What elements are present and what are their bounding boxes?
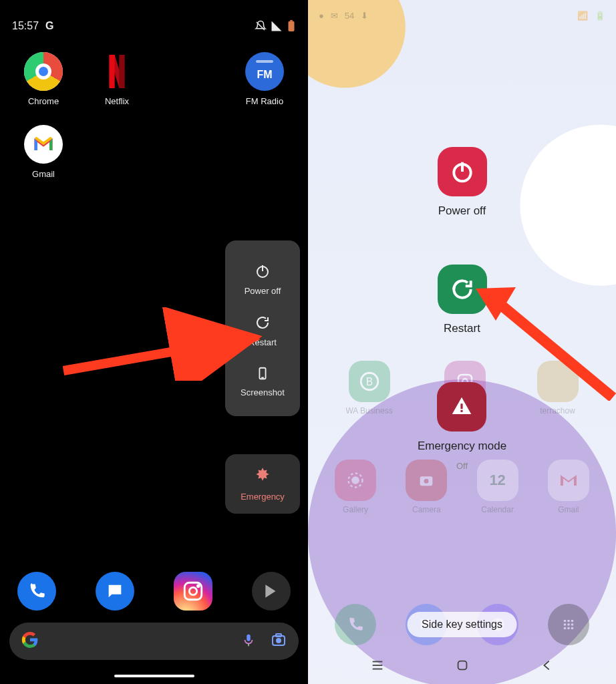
nav-back[interactable] [538, 656, 557, 675]
camera-cutout: ● [319, 11, 324, 21]
power-menu: Power off Restart Emergency mode Off [308, 147, 616, 471]
svg-point-31 [571, 623, 574, 626]
nav-recents[interactable] [368, 656, 387, 675]
emergency-icon [437, 382, 486, 432]
power-menu-emergency-mode[interactable]: Emergency mode Off [418, 382, 506, 471]
svg-rect-1 [289, 21, 295, 31]
app-label: Gmail [32, 169, 55, 179]
app-label: Netflix [105, 96, 129, 106]
mic-icon[interactable] [241, 633, 256, 650]
svg-point-10 [189, 587, 196, 594]
status-icon: ⬇ [361, 11, 368, 21]
power-menu-restart[interactable]: Restart [438, 265, 487, 335]
power-menu-power-off[interactable]: Power off [438, 147, 487, 218]
power-menu-label: Screenshot [241, 387, 285, 397]
emergency-icon [254, 466, 271, 486]
bg-dock-phone [335, 604, 376, 645]
search-bar[interactable] [9, 623, 299, 660]
restart-icon [438, 265, 487, 314]
nav-bar [308, 656, 616, 675]
svg-rect-38 [461, 410, 463, 412]
svg-point-27 [567, 620, 570, 623]
svg-point-30 [567, 623, 570, 626]
svg-rect-42 [458, 661, 466, 670]
dock [0, 572, 308, 611]
svg-rect-2 [290, 20, 293, 21]
svg-rect-12 [247, 635, 251, 641]
status-time: 15:57 [12, 20, 39, 32]
app-netflix[interactable]: Netflix [87, 52, 147, 106]
bg-dock-apps [548, 604, 589, 645]
svg-point-28 [571, 620, 574, 623]
power-menu-label: Restart [249, 337, 277, 347]
status-icon: ✉ [331, 11, 338, 21]
svg-point-26 [564, 620, 567, 623]
svg-rect-37 [461, 403, 463, 409]
phone-samsung: ● ✉ 54 ⬇ 📶 🔋 BWA Business Instagram terr… [308, 0, 616, 684]
power-menu-label: Emergency mode [418, 440, 506, 453]
svg-point-34 [571, 627, 574, 630]
app-label: Chrome [28, 96, 59, 106]
dock-phone[interactable] [17, 572, 56, 611]
status-text: 54 [345, 11, 354, 21]
phone-stock-android: 15:57 G x Chrome [0, 0, 308, 684]
app-fm-radio[interactable]: FM FM Radio [235, 52, 295, 106]
fm-radio-icon: FM [245, 52, 284, 91]
battery-icon: 🔋 [595, 11, 605, 21]
power-menu-label: Emergency [241, 492, 285, 502]
letterbox [0, 0, 308, 11]
dock-play-store[interactable] [252, 572, 291, 611]
signal-no-data-icon: x [271, 20, 283, 32]
svg-point-11 [197, 585, 199, 587]
chrome-icon [24, 52, 63, 91]
dock-instagram[interactable] [174, 572, 212, 611]
power-icon [255, 263, 271, 282]
svg-text:x: x [275, 21, 278, 25]
power-menu-screenshot[interactable]: Screenshot [225, 357, 300, 407]
app-gmail[interactable]: Gmail [13, 125, 73, 179]
gesture-nav-pill[interactable] [114, 675, 194, 677]
dnd-off-icon [255, 20, 267, 32]
dock-messages[interactable] [96, 572, 134, 611]
power-menu-sublabel: Off [456, 461, 468, 471]
side-key-settings-button[interactable]: Side key settings [407, 612, 517, 637]
power-menu-restart[interactable]: Restart [225, 305, 300, 357]
google-indicator: G [45, 20, 53, 32]
svg-rect-4 [119, 55, 124, 88]
restart-icon [255, 315, 271, 333]
svg-point-24 [424, 479, 429, 484]
svg-point-21 [351, 476, 359, 484]
svg-point-15 [277, 639, 281, 643]
wifi-icon: 📶 [577, 11, 588, 21]
power-menu-power-off[interactable]: Power off [225, 254, 300, 305]
power-menu-label: Power off [245, 286, 281, 296]
svg-point-32 [564, 627, 567, 630]
app-label: FM Radio [246, 96, 283, 106]
status-bar: 15:57 G x [0, 16, 308, 36]
netflix-icon [98, 52, 136, 91]
nav-home[interactable] [453, 656, 472, 675]
lens-icon[interactable] [271, 632, 287, 651]
side-key-label: Side key settings [422, 619, 502, 630]
power-menu-label: Restart [444, 322, 480, 335]
power-menu: Power off Restart Screenshot [225, 240, 300, 416]
app-chrome[interactable]: Chrome [13, 52, 73, 106]
gmail-icon [24, 125, 63, 164]
svg-point-29 [564, 623, 567, 626]
svg-point-33 [567, 627, 570, 630]
google-g-icon [21, 631, 39, 651]
power-menu-label: Power off [438, 204, 486, 218]
power-menu-emergency[interactable]: Emergency [225, 454, 300, 514]
svg-rect-3 [109, 55, 114, 88]
battery-icon [287, 20, 296, 32]
status-bar: ● ✉ 54 ⬇ 📶 🔋 [308, 8, 616, 23]
screenshot-icon [255, 366, 270, 383]
home-grid: Chrome Netflix FM FM Radio [0, 45, 308, 186]
power-icon [438, 147, 487, 196]
